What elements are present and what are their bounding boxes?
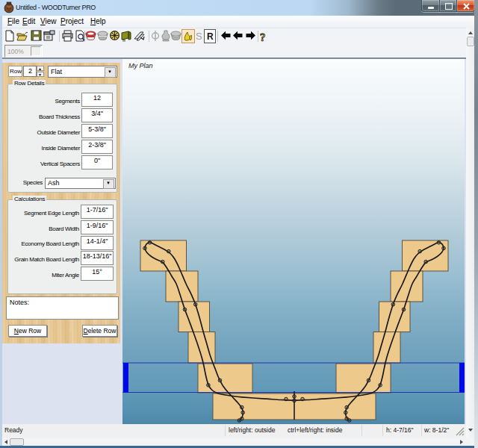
- svg-text:?: ?: [260, 31, 266, 43]
- svg-text:S: S: [196, 31, 202, 42]
- svg-text:R: R: [207, 31, 214, 42]
